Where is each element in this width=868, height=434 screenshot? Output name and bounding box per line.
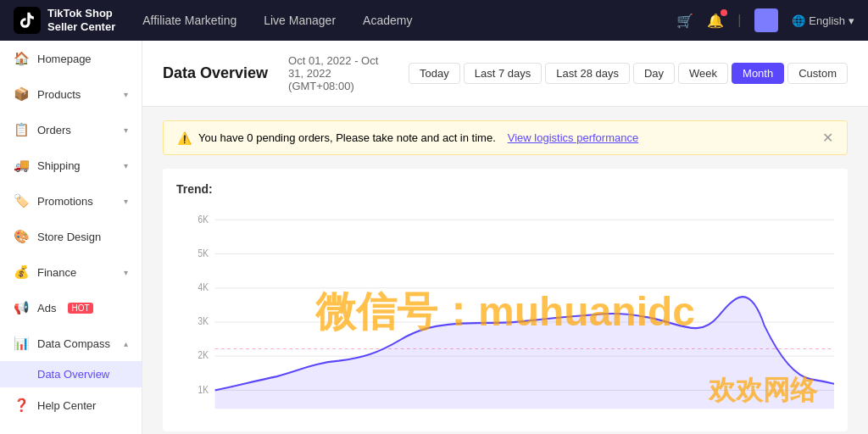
shop-icon-btn[interactable]: 🛒: [676, 13, 693, 29]
products-icon: 📦: [14, 86, 29, 102]
date-range: Oct 01, 2022 - Oct 31, 2022 (GMT+08:00): [288, 54, 395, 92]
notification-btn[interactable]: 🔔: [707, 13, 724, 29]
sidebar-item-promotions[interactable]: 🏷️ Promotions ▾: [0, 183, 142, 219]
ads-icon: 📢: [14, 300, 29, 315]
filter-last-28[interactable]: Last 28 days: [545, 63, 630, 84]
trend-chart-svg: 6K 5K 4K 3K 2K 1K: [176, 206, 834, 418]
content-header: Data Overview Oct 01, 2022 - Oct 31, 202…: [142, 41, 868, 107]
nav-live-manager[interactable]: Live Manager: [264, 10, 336, 31]
chevron-shipping: ▾: [124, 161, 128, 170]
sidebar-item-products[interactable]: 📦 Products ▾: [0, 76, 142, 112]
filter-day[interactable]: Day: [633, 63, 675, 84]
filter-today[interactable]: Today: [409, 63, 460, 84]
alert-message: You have 0 pending orders, Please take n…: [198, 131, 496, 144]
shipping-icon: 🚚: [14, 158, 29, 173]
nav-right: 🛒 🔔 | 🌐 English ▾: [676, 8, 854, 32]
finance-icon: 💰: [14, 264, 29, 280]
subitem-label-data-overview: Data Overview: [37, 368, 109, 381]
top-nav: TikTok Shop Seller Center Affiliate Mark…: [0, 0, 868, 41]
promotions-icon: 🏷️: [14, 193, 29, 209]
sidebar-label-homepage: Homepage: [37, 53, 92, 65]
help-center-icon: ❓: [14, 398, 29, 413]
sidebar-label-finance: Finance: [37, 266, 76, 279]
sidebar-label-data-compass: Data Compass: [37, 337, 110, 350]
hot-badge: HOT: [68, 303, 92, 314]
sidebar-item-store-design[interactable]: 🎨 Store Design: [0, 219, 142, 254]
nav-academy[interactable]: Academy: [363, 10, 412, 31]
alert-link[interactable]: View logistics performance: [508, 131, 638, 144]
orders-icon: 📋: [14, 122, 29, 137]
time-filters: Today Last 7 days Last 28 days Day Week …: [409, 63, 848, 84]
logo-text: TikTok Shop Seller Center: [47, 7, 115, 33]
chart-section: Trend: 微信号：muhuanidc 欢欢网络 6K 5K 4K 3K 2K…: [163, 169, 848, 431]
sidebar: 🏠 Homepage 📦 Products ▾ 📋 Orders ▾ 🚚 Shi…: [0, 41, 142, 434]
main-layout: 🏠 Homepage 📦 Products ▾ 📋 Orders ▾ 🚚 Shi…: [0, 41, 868, 434]
sidebar-label-promotions: Promotions: [37, 195, 93, 208]
trend-label: Trend:: [176, 182, 834, 196]
filter-last-7[interactable]: Last 7 days: [464, 63, 542, 84]
filter-custom[interactable]: Custom: [787, 63, 848, 84]
sidebar-item-shipping[interactable]: 🚚 Shipping ▾: [0, 147, 142, 183]
sidebar-item-data-compass[interactable]: 📊 Data Compass ▴: [0, 326, 142, 361]
sidebar-item-ads[interactable]: 📢 Ads HOT: [0, 290, 142, 326]
separator: |: [737, 13, 741, 28]
alert-warning-icon: ⚠️: [177, 131, 192, 145]
data-compass-icon: 📊: [14, 336, 29, 351]
page-title: Data Overview: [163, 64, 268, 82]
svg-text:3K: 3K: [198, 315, 209, 326]
logo-area: TikTok Shop Seller Center: [14, 7, 115, 34]
alert-banner: ⚠️ You have 0 pending orders, Please tak…: [163, 120, 848, 155]
user-avatar[interactable]: [754, 8, 778, 32]
tiktok-logo-icon: [14, 7, 41, 34]
svg-text:4K: 4K: [198, 281, 209, 292]
svg-text:5K: 5K: [198, 248, 209, 259]
content-area: Data Overview Oct 01, 2022 - Oct 31, 202…: [142, 41, 868, 434]
notification-badge: [721, 9, 727, 16]
nav-affiliate-marketing[interactable]: Affiliate Marketing: [142, 10, 236, 31]
sidebar-label-orders: Orders: [37, 124, 71, 136]
sidebar-subitem-data-overview[interactable]: Data Overview: [0, 361, 142, 387]
alert-close-btn[interactable]: ✕: [822, 130, 833, 146]
sidebar-label-shipping: Shipping: [37, 159, 81, 172]
svg-text:2K: 2K: [198, 350, 209, 361]
chevron-data-compass: ▴: [124, 339, 128, 348]
sidebar-item-homepage[interactable]: 🏠 Homepage: [0, 41, 142, 76]
sidebar-label-products: Products: [37, 88, 81, 101]
home-icon: 🏠: [14, 51, 29, 66]
store-design-icon: 🎨: [14, 229, 29, 244]
chevron-promotions: ▾: [124, 197, 128, 206]
chevron-products: ▾: [124, 90, 128, 99]
sidebar-label-help-center: Help Center: [37, 399, 96, 412]
chevron-finance: ▾: [124, 268, 128, 277]
svg-text:1K: 1K: [198, 384, 209, 395]
chevron-orders: ▾: [124, 125, 128, 135]
filter-week[interactable]: Week: [678, 63, 728, 84]
sidebar-label-ads: Ads: [37, 302, 56, 314]
sidebar-item-finance[interactable]: 💰 Finance ▾: [0, 254, 142, 290]
filter-month[interactable]: Month: [732, 63, 784, 84]
svg-text:6K: 6K: [198, 214, 209, 225]
sidebar-item-help-center[interactable]: ❓ Help Center: [0, 387, 142, 423]
sidebar-label-store-design: Store Design: [37, 231, 101, 243]
language-selector[interactable]: 🌐 English ▾: [792, 14, 854, 27]
sidebar-item-orders[interactable]: 📋 Orders ▾: [0, 112, 142, 147]
chart-container: 微信号：muhuanidc 欢欢网络 6K 5K 4K 3K 2K 1K: [176, 206, 834, 418]
nav-links: Affiliate Marketing Live Manager Academy: [142, 10, 676, 31]
